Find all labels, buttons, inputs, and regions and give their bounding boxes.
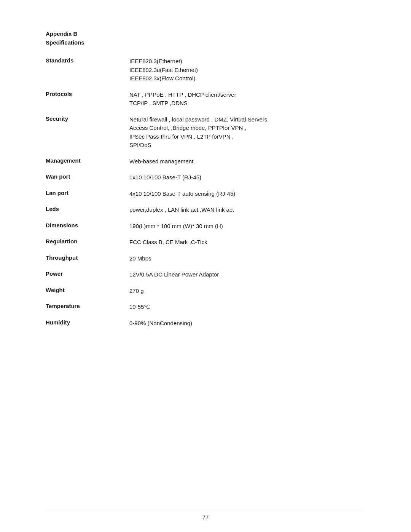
spec-value: 4x10 10/100 Base-T auto sensing (RJ-45) [129, 186, 365, 202]
spec-label: Humidity [46, 315, 129, 332]
spec-value: 0-90% (NonCondensing) [129, 315, 365, 332]
spec-label: Regulartion [46, 234, 129, 251]
table-row: Throughput20 Mbps [46, 251, 365, 267]
footer-page-number: 77 [0, 514, 411, 521]
table-row: Ledspower,duplex , LAN link act ,WAN lin… [46, 202, 365, 218]
table-row: ProtocolsNAT , PPPoE , HTTP , DHCP clien… [46, 87, 365, 112]
table-row: Power12V/0.5A DC Linear Power Adaptor [46, 267, 365, 283]
appendix-title: Appendix B [46, 30, 365, 37]
table-row: RegulartionFCC Class B, CE Mark ,C-Tick [46, 234, 365, 251]
spec-value: FCC Class B, CE Mark ,C-Tick [129, 234, 365, 251]
table-row: Temperature10-55℃ [46, 299, 365, 315]
spec-label: Throughput [46, 251, 129, 267]
spec-value: 10-55℃ [129, 299, 365, 315]
table-row: Dimensions190(L)mm * 100 mm (W)* 30 mm (… [46, 218, 365, 235]
spec-value: 270 g [129, 283, 365, 299]
spec-label: Weight [46, 283, 129, 299]
table-row: Wan port1x10 10/100 Base-T (RJ-45) [46, 169, 365, 186]
spec-table: StandardsIEEE820.3(Ethernet)IEEE802.3u(F… [46, 53, 365, 331]
spec-label: Lan port [46, 186, 129, 202]
spec-value: 20 Mbps [129, 251, 365, 267]
spec-label: Protocols [46, 87, 129, 112]
spec-label: Wan port [46, 169, 129, 186]
spec-value: power,duplex , LAN link act ,WAN link ac… [129, 202, 365, 218]
specifications-title: Specifications [46, 39, 365, 46]
spec-label: Leds [46, 202, 129, 218]
spec-value: NAT , PPPoE , HTTP , DHCP client/serverT… [129, 87, 365, 112]
footer-line [46, 509, 365, 509]
table-row: SecurityNetural firewall , local passwor… [46, 112, 365, 153]
table-row: Weight270 g [46, 283, 365, 299]
table-row: Lan port4x10 10/100 Base-T auto sensing … [46, 186, 365, 202]
spec-value: Netural firewall , local password , DMZ,… [129, 112, 365, 153]
spec-label: Management [46, 153, 129, 170]
table-row: ManagementWeb-based management [46, 153, 365, 170]
spec-value: 12V/0.5A DC Linear Power Adaptor [129, 267, 365, 283]
spec-value: 190(L)mm * 100 mm (W)* 30 mm (H) [129, 218, 365, 235]
spec-value: IEEE820.3(Ethernet)IEEE802.3u(Fast Ether… [129, 53, 365, 87]
spec-value: 1x10 10/100 Base-T (RJ-45) [129, 169, 365, 186]
table-row: Humidity0-90% (NonCondensing) [46, 315, 365, 332]
spec-label: Security [46, 112, 129, 153]
spec-label: Dimensions [46, 218, 129, 235]
spec-value: Web-based management [129, 153, 365, 170]
page: Appendix B Specifications StandardsIEEE8… [0, 0, 411, 532]
table-row: StandardsIEEE820.3(Ethernet)IEEE802.3u(F… [46, 53, 365, 87]
spec-label: Temperature [46, 299, 129, 315]
spec-label: Power [46, 267, 129, 283]
spec-label: Standards [46, 53, 129, 87]
